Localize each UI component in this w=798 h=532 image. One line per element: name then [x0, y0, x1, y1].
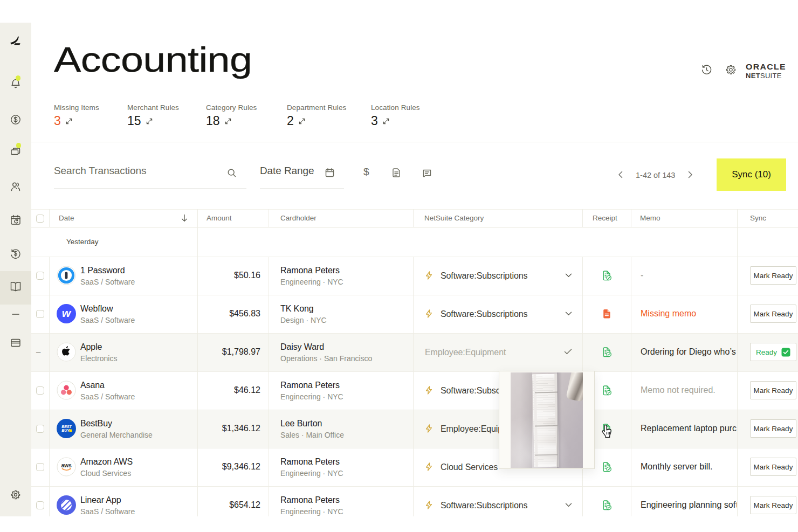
svg-text:BUY: BUY: [61, 428, 70, 433]
svg-text:w: w: [62, 307, 72, 319]
svg-text:aws: aws: [61, 462, 72, 468]
